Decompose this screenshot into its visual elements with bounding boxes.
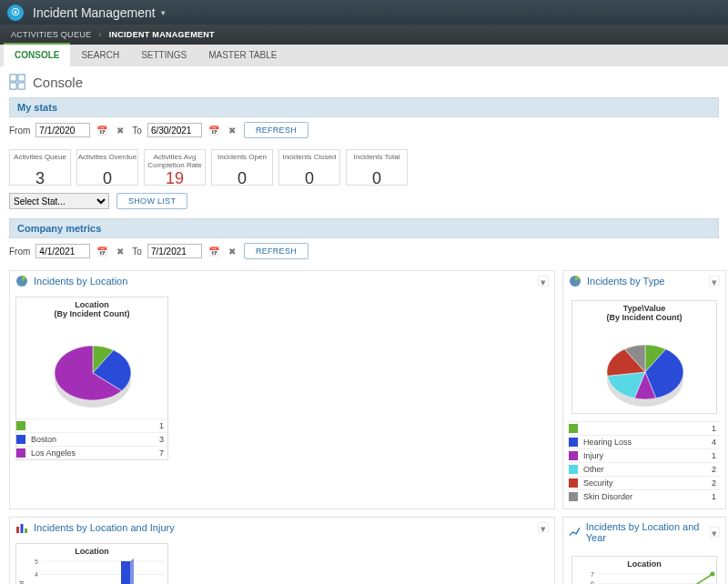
tab-settings[interactable]: SETTINGS [130, 45, 197, 66]
panel-title: Incidents by Location and Year [586, 521, 710, 543]
panel-incidents-by-location: Incidents by Location ▾ Location(By Inci… [9, 270, 555, 509]
tab-master-table[interactable]: MASTER TABLE [197, 45, 288, 66]
tab-console[interactable]: CONSOLE [4, 43, 70, 66]
company-from-input[interactable] [35, 244, 90, 258]
panel-title: Incidents by Type [587, 276, 664, 287]
panel-incidents-by-location-year: Incidents by Location and Year ▾ Locatio… [562, 517, 726, 584]
tile-activities-queue: Activities Queue3 [9, 149, 71, 186]
legend-row: Hearing Loss4 [569, 435, 720, 448]
mystats-to-input[interactable] [147, 123, 202, 137]
legend-value: 1 [712, 424, 720, 433]
legend-swatch [569, 465, 578, 474]
legend-swatch [16, 448, 25, 458]
legend-value: 1 [712, 492, 720, 501]
legend-swatch [569, 451, 578, 460]
calendar-icon[interactable]: 📅 [96, 245, 108, 257]
tile-incidents-closed: Incidents Closed0 [278, 149, 340, 186]
to-label: To [132, 126, 142, 136]
tab-search[interactable]: SEARCH [70, 45, 130, 66]
legend-row: Injury1 [569, 448, 720, 462]
legend-swatch [569, 492, 578, 501]
svg-text:5: 5 [35, 559, 38, 565]
legend-name: Los Angeles [31, 448, 159, 458]
legend-row: Los Angeles7 [16, 446, 167, 459]
legend-swatch [569, 478, 578, 488]
console-title: Console [33, 75, 83, 90]
pie-icon [569, 275, 581, 287]
legend-name: Injury [583, 451, 712, 460]
collapse-icon[interactable]: ▾ [538, 522, 549, 533]
svg-rect-2 [10, 83, 16, 89]
mystats-date-row: From 📅 ✖ To 📅 ✖ REFRESH [9, 117, 719, 146]
svg-text:6: 6 [591, 580, 594, 584]
tile-incidents-total: Incidents Total0 [346, 149, 408, 186]
clear-icon[interactable]: ✖ [114, 124, 126, 136]
panel-title: Incidents by Location [34, 276, 127, 287]
stat-selector-row: Select Stat... SHOW LIST [9, 193, 719, 218]
legend-value: 3 [159, 435, 167, 444]
console-icon [9, 74, 25, 90]
legend-location: 1Boston3Los Angeles7 [16, 418, 167, 459]
legend-value: 2 [712, 465, 720, 474]
legend-swatch [569, 438, 578, 447]
legend-name: Boston [31, 435, 159, 444]
show-list-button[interactable]: SHOW LIST [116, 193, 187, 209]
svg-rect-8 [16, 527, 19, 533]
pie-chart-location [16, 318, 169, 418]
tile-activities-overdue: Activities Overdue0 [76, 149, 138, 186]
mystats-header: My stats [9, 97, 719, 117]
legend-row: Skin Disorder1 [569, 489, 720, 503]
legend-row: Other2 [569, 462, 720, 476]
bar-chart-location-injury: 012345Incident CountBostonLos Angeles [16, 556, 169, 584]
mystats-tiles: Activities Queue3 Activities Overdue0 Ac… [9, 146, 719, 193]
svg-rect-1 [18, 75, 25, 81]
legend-swatch [16, 435, 25, 444]
mystats-refresh-button[interactable]: REFRESH [244, 122, 308, 138]
svg-text:7: 7 [591, 571, 594, 578]
stat-select[interactable]: Select Stat... [9, 193, 109, 209]
pie-icon [15, 275, 28, 287]
tile-incidents-open: Incidents Open0 [211, 149, 273, 186]
to-label: To [132, 247, 142, 257]
collapse-icon[interactable]: ▾ [538, 276, 549, 287]
mystats-from-input[interactable] [35, 123, 90, 137]
legend-row: 1 [569, 421, 720, 435]
legend-value: 4 [712, 438, 720, 447]
clear-icon[interactable]: ✖ [226, 124, 238, 136]
main-tabs: CONSOLE SEARCH SETTINGS MASTER TABLE [0, 45, 728, 66]
legend-type: 1Hearing Loss4Injury1Other2Security2Skin… [569, 421, 720, 503]
svg-rect-0 [10, 75, 16, 81]
collapse-icon[interactable]: ▾ [709, 276, 720, 287]
company-refresh-button[interactable]: REFRESH [244, 243, 308, 259]
bar-icon [15, 521, 28, 534]
top-bar: ⦿ Incident Management ▾ [0, 0, 728, 25]
svg-text:Incident Count: Incident Count [18, 580, 25, 584]
legend-name: Hearing Loss [583, 438, 712, 447]
pie-chart-type [572, 322, 718, 413]
collapse-icon[interactable]: ▾ [710, 527, 720, 538]
clear-icon[interactable]: ✖ [226, 245, 238, 257]
svg-text:4: 4 [35, 571, 38, 578]
panel-title: Incidents by Location and Injury [34, 522, 175, 533]
company-to-input[interactable] [147, 244, 202, 258]
legend-value: 2 [712, 478, 720, 488]
legend-row: Security2 [569, 476, 720, 489]
clear-icon[interactable]: ✖ [114, 245, 126, 257]
legend-swatch [569, 424, 578, 433]
calendar-icon[interactable]: 📅 [207, 245, 220, 257]
legend-row: 1 [16, 418, 167, 432]
panel-incidents-by-location-injury: Incidents by Location and Injury ▾ Locat… [9, 517, 555, 584]
calendar-icon[interactable]: 📅 [96, 124, 108, 136]
app-menu-caret-icon[interactable]: ▾ [161, 8, 166, 17]
legend-row: Boston3 [16, 432, 167, 446]
tile-avg-completion: Activities Avg Completion Rate19 [144, 149, 206, 186]
legend-value: 7 [159, 448, 167, 458]
breadcrumb-current: INCIDENT MANAGEMENT [109, 30, 215, 39]
calendar-icon[interactable]: 📅 [207, 124, 220, 136]
breadcrumb-parent[interactable]: ACTIVITIES QUEUE [11, 30, 91, 39]
legend-name: Other [583, 465, 712, 474]
svg-rect-9 [21, 524, 24, 533]
app-logo-icon: ⦿ [7, 5, 24, 21]
from-label: From [9, 126, 30, 136]
legend-value: 1 [159, 421, 167, 430]
